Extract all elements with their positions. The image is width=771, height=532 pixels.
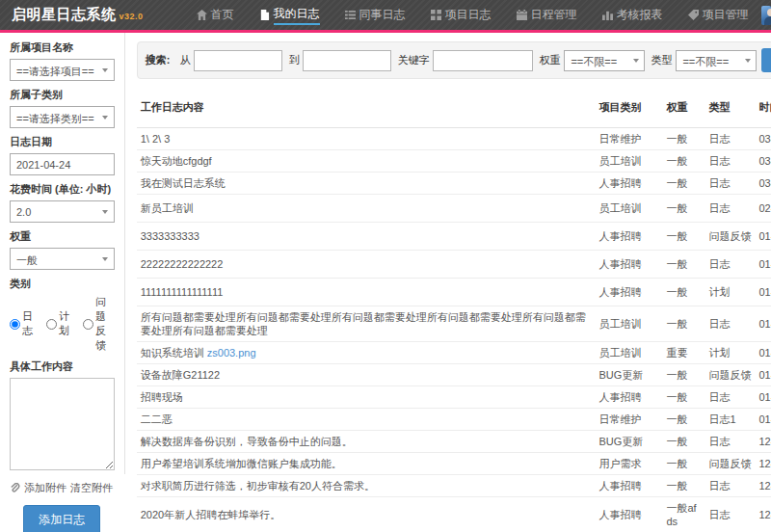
content-textarea[interactable]: [10, 378, 115, 470]
nav-item-reports[interactable]: 考核报表: [590, 0, 676, 30]
nav-item-project-logs[interactable]: 项目日志: [418, 0, 504, 30]
chevron-down-icon: [97, 201, 114, 222]
date-input[interactable]: [10, 153, 115, 175]
top-navbar: 启明星日志系统v32.0 首页 我的日志 同事日志 项目日志 日程管理 考核报表: [0, 0, 771, 30]
log-category-cell: 员工培训: [595, 342, 662, 364]
search-panel: 搜索: 从 到 关键字 权重 ==不限== 类型 ==不限== 搜索 导出 日历…: [137, 41, 771, 79]
radio-feedback-label: 问题反馈: [95, 295, 115, 353]
nav-label: 考核报表: [617, 7, 663, 23]
log-date-cell: 01-19: [755, 223, 771, 251]
radio-feedback[interactable]: 问题反馈: [83, 295, 115, 353]
log-category-cell: 人事招聘: [595, 475, 662, 497]
log-weight-cell: 一般: [662, 128, 705, 150]
chevron-down-icon: [97, 107, 114, 127]
radio-plan[interactable]: 计划: [46, 309, 69, 338]
log-weight-cell: 一般: [662, 173, 705, 195]
nav-label: 同事日志: [359, 7, 406, 23]
log-content-cell: 3333333333: [137, 223, 596, 251]
nav-label: 项目日志: [445, 7, 492, 23]
log-date-cell: 12-29: [755, 475, 771, 497]
nav-label: 我的日志: [274, 6, 320, 25]
search-from-input[interactable]: [194, 50, 282, 71]
from-label: 从: [179, 53, 190, 67]
nav-item-project-mgmt[interactable]: 项目管理: [676, 0, 761, 30]
nav-item-my-logs[interactable]: 我的日志: [247, 0, 332, 30]
log-date-cell: 12-29: [755, 453, 771, 475]
search-button[interactable]: 搜索: [761, 48, 771, 72]
log-content-cell: 惊天动地cfgdgf: [137, 150, 596, 173]
log-date-cell: 01-19: [755, 306, 771, 342]
log-type-cell: 日志: [705, 195, 755, 223]
page-content: 所属项目名称 ==请选择项目== 所属子类别 ==请选择类别== 日志日期 花费…: [0, 33, 771, 532]
keyword-label: 关键字: [397, 53, 429, 67]
table-row: 用户希望培训系统增加微信账户集成功能。用户需求一般问题反馈12-292.00: [137, 453, 771, 475]
table-row: 招聘现场人事招聘一般日志01-152.00: [137, 386, 771, 409]
table-row: 1111111111111111人事招聘一般计划01-192.00编辑删除: [137, 279, 771, 306]
avatar[interactable]: [761, 6, 771, 25]
add-log-button[interactable]: 添加日志: [23, 505, 100, 532]
log-category-cell: 员工培训: [595, 195, 662, 223]
log-date-cell: 01-15: [755, 364, 771, 386]
header-category: 项目类别: [595, 87, 662, 128]
log-type-cell: 日志: [705, 431, 755, 453]
weight-label: 权重: [10, 229, 115, 244]
chart-icon: [602, 10, 613, 20]
log-type-cell: 计划: [705, 279, 755, 306]
log-content-cell: 22222222222222: [137, 251, 596, 279]
keyword-input[interactable]: [433, 50, 533, 71]
search-to-input[interactable]: [303, 50, 391, 71]
nav-item-schedule[interactable]: 日程管理: [504, 0, 590, 30]
log-content-cell: 对求职简历进行筛选，初步审核有20人符合需求。: [137, 475, 596, 497]
nav-item-colleague-logs[interactable]: 同事日志: [332, 0, 418, 30]
log-content-cell: 知识系统培训 zs003.png: [137, 342, 596, 364]
to-label: 到: [288, 53, 299, 67]
log-date-cell: 12-29: [755, 497, 771, 532]
radio-journal-label: 日志: [22, 309, 33, 338]
table-row: 22222222222222人事招聘一般日志01-192.00编辑删除: [137, 251, 771, 279]
log-date-cell: 03-21: [755, 150, 771, 173]
log-category-cell: 人事招聘: [595, 223, 662, 251]
brand-version: v32.0: [120, 12, 144, 21]
brand-logo: 启明星日志系统v32.0: [12, 6, 144, 24]
log-weight-cell: 一般: [662, 306, 705, 342]
chevron-down-icon: [97, 249, 114, 269]
log-weight-cell: 一般: [662, 475, 705, 497]
chevron-down-icon: [627, 51, 644, 70]
clear-attachment-link[interactable]: 清空附件: [70, 481, 113, 495]
table-row: 二二恶日常维护一般日志101-042.00: [137, 409, 771, 431]
subcategory-select[interactable]: ==请选择类别==: [10, 106, 115, 128]
weight-select[interactable]: 一般: [10, 248, 115, 270]
log-weight-cell: 一般afds: [662, 497, 705, 532]
table-row: 所有问题都需要处理所有问题都需要处理所有问题都需要处理所有问题都需要处理所有问题…: [137, 306, 771, 342]
log-content-cell: 2020年新人招聘在蚌埠举行。: [137, 497, 596, 532]
attachment-link[interactable]: zs003.png: [207, 347, 256, 359]
log-content-cell: 招聘现场: [137, 386, 596, 409]
table-row: 3333333333人事招聘一般问题反馈01-192.00编辑删除: [137, 223, 771, 251]
radio-journal[interactable]: 日志: [10, 309, 33, 338]
table-row: 解决数据库备份识别，导致备份中止的问题。BUG更新一般日志12-292.00: [137, 431, 771, 453]
chevron-down-icon: [97, 60, 114, 80]
hours-label: 花费时间 (单位: 小时): [10, 182, 115, 197]
home-icon: [197, 10, 207, 20]
hours-select[interactable]: 2.0: [10, 200, 115, 223]
project-select[interactable]: ==请选择项目==: [10, 59, 115, 81]
add-attachment-link[interactable]: 添加附件: [24, 481, 66, 495]
log-date-cell: 01-15: [755, 342, 771, 364]
weight-filter-select[interactable]: ==不限==: [564, 50, 645, 71]
file-icon: [259, 10, 270, 20]
log-content-cell: 所有问题都需要处理所有问题都需要处理所有问题都需要处理所有问题都需要处理所有问题…: [137, 306, 596, 342]
log-category-cell: 日常维护: [595, 409, 662, 431]
nav-label: 日程管理: [531, 7, 577, 23]
table-row: 2020年新人招聘在蚌埠举行。人事招聘一般afds日志12-292.00: [137, 497, 771, 532]
log-content-cell: 用户希望培训系统增加微信账户集成功能。: [137, 453, 596, 475]
log-category-cell: 员工培训: [595, 150, 662, 173]
type-filter-select[interactable]: ==不限==: [676, 50, 757, 71]
header-type: 类型: [705, 87, 755, 128]
log-category-cell: BUG更新: [595, 431, 662, 453]
log-weight-cell: 一般: [662, 150, 705, 173]
nav-label: 首页: [211, 7, 234, 23]
log-type-cell: 日志: [705, 150, 755, 173]
weight-filter-label: 权重: [539, 53, 560, 67]
nav-item-home[interactable]: 首页: [184, 0, 247, 30]
log-category-cell: 人事招聘: [595, 497, 662, 532]
